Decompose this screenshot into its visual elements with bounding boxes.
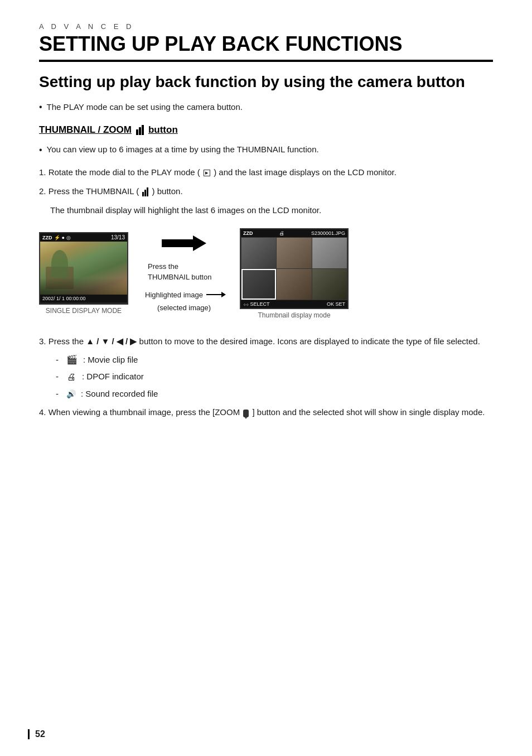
thumb-cell-3 bbox=[312, 238, 347, 268]
thumbnail-display-container: ZZD 🖨 S2300001.JPG ⬦⬦ SELECT OK SET bbox=[240, 228, 349, 319]
highlighted-arrow bbox=[206, 294, 223, 295]
step-2: 2. Press the THUMBNAIL ( ) button. bbox=[39, 185, 493, 198]
thumb-cell-2 bbox=[277, 238, 311, 268]
bullet-item-1: You can view up to 6 images at a time by… bbox=[39, 143, 493, 157]
camera-date-bar: 2002/ 1/ 1 00:00:00 bbox=[40, 295, 127, 302]
step-3: 3. Press the ▲ / ▼ / ◀ / ▶ button to mov… bbox=[39, 335, 493, 348]
thumbnail-display-label: Thumbnail display mode bbox=[258, 311, 331, 319]
flash-icon: ⚡ bbox=[54, 235, 60, 240]
thumb-cell-4-highlighted bbox=[241, 269, 276, 300]
screen-icons: ZZD ⚡ ● ◎ bbox=[42, 235, 71, 240]
thumb-bottom-bar: ⬦⬦ SELECT OK SET bbox=[241, 300, 347, 308]
thumb-cell-1 bbox=[241, 238, 276, 268]
zoom-icon bbox=[136, 125, 144, 135]
single-display-container: ZZD ⚡ ● ◎ 13/13 2002/ 1/ 1 00:00:00 bbox=[39, 232, 128, 315]
zoom-button-icon bbox=[243, 410, 249, 417]
icon-list: - 🎬 : Movie clip file - 🖨 : DPOF indicat… bbox=[56, 354, 493, 401]
camera-image bbox=[40, 242, 127, 295]
thumb-grid bbox=[241, 237, 347, 300]
page-container: A D V A N C E D SETTING UP PLAY BACK FUN… bbox=[0, 0, 532, 756]
diagram-section: ZZD ⚡ ● ◎ 13/13 2002/ 1/ 1 00:00:00 bbox=[39, 228, 493, 319]
icon-dpof-item: - 🖨 : DPOF indicator bbox=[56, 370, 493, 383]
nav-arrows-icon: ▲ / ▼ / ◀ / ▶ bbox=[86, 335, 137, 348]
intro-bullet: The PLAY mode can be set using the camer… bbox=[39, 102, 493, 112]
press-text: Press the THUMBNAIL button bbox=[148, 261, 220, 283]
thumb-cell-6 bbox=[312, 269, 347, 300]
movie-clip-icon: 🎬 bbox=[66, 355, 78, 364]
play-mode-icon: ▶ bbox=[204, 170, 210, 176]
advanced-label: A D V A N C E D bbox=[39, 22, 493, 31]
step-4: 4. When viewing a thumbnail image, press… bbox=[39, 406, 493, 419]
selected-image-label: (selected image) bbox=[157, 304, 211, 312]
thumb-nav-icon: ⬦⬦ SELECT bbox=[243, 301, 270, 307]
single-display-screen: ZZD ⚡ ● ◎ 13/13 2002/ 1/ 1 00:00:00 bbox=[39, 232, 128, 305]
step-2-sub: The thumbnail display will highlight the… bbox=[50, 204, 493, 217]
icon-movie-item: - 🎬 : Movie clip file bbox=[56, 354, 493, 367]
screen-top-bar: ZZD ⚡ ● ◎ 13/13 bbox=[40, 233, 127, 242]
thumbnail-icon bbox=[142, 187, 148, 196]
section-title: Setting up play back function by using t… bbox=[39, 72, 493, 92]
thumb-cell-5 bbox=[277, 269, 311, 300]
highlighted-label: Highlighted image bbox=[145, 291, 203, 299]
single-display-label: SINGLE DISPLAY MODE bbox=[46, 307, 122, 315]
thumb-zoom-indicator: ZZD bbox=[243, 230, 253, 236]
thumb-ok-label: OK SET bbox=[327, 301, 345, 307]
thumb-dpof-icon: 🖨 bbox=[279, 230, 284, 236]
thumbnail-display-screen: ZZD 🖨 S2300001.JPG ⬦⬦ SELECT OK SET bbox=[240, 228, 349, 309]
subsection-title: THUMBNAIL / ZOOM button bbox=[39, 124, 493, 136]
dpof-indicator-icon: 🖨 bbox=[66, 372, 76, 382]
thumb-filename: S2300001.JPG bbox=[311, 230, 345, 236]
main-title: SETTING UP PLAY BACK FUNCTIONS bbox=[39, 33, 493, 62]
step-1: 1. Rotate the mode dial to the PLAY mode… bbox=[39, 166, 493, 179]
quality-icon: ● bbox=[62, 235, 65, 240]
thumb-top-bar: ZZD 🖨 S2300001.JPG bbox=[241, 229, 347, 237]
image-counter: 13/13 bbox=[111, 234, 125, 240]
large-arrow-right bbox=[162, 235, 206, 251]
sound-recorded-icon: 🔊 bbox=[66, 389, 75, 398]
zoom-indicator: ZZD bbox=[42, 235, 52, 240]
arrow-section: Press the THUMBNAIL button Highlighted i… bbox=[145, 235, 223, 312]
icon-sound-item: - 🔊 : Sound recorded file bbox=[56, 388, 493, 401]
highlighted-row: Highlighted image bbox=[145, 291, 223, 299]
macro-icon: ◎ bbox=[66, 235, 71, 240]
page-number: 52 bbox=[28, 729, 45, 739]
